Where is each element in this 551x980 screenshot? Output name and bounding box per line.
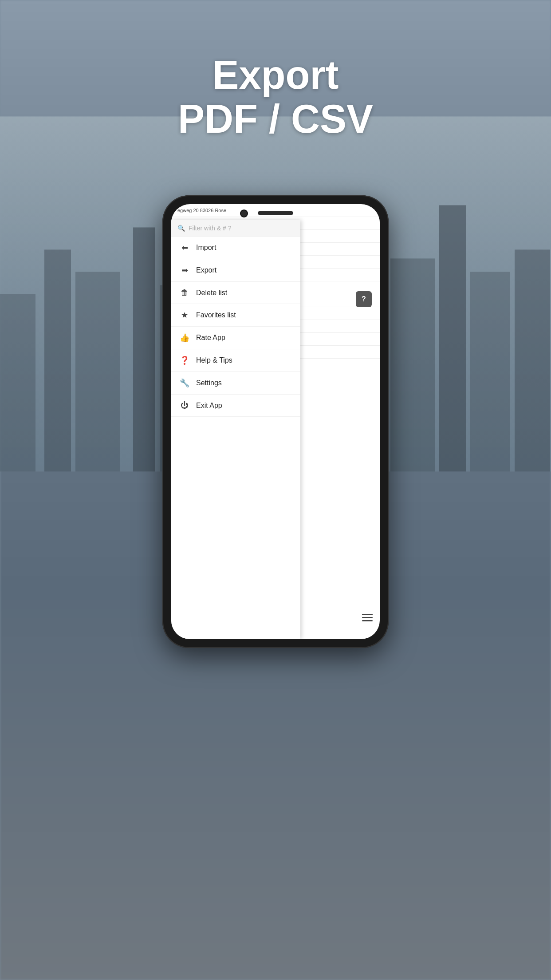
menu-help-tips[interactable]: ❓ Help & Tips (171, 349, 300, 372)
help-fab-button[interactable]: ? (356, 291, 372, 307)
svg-rect-5 (133, 227, 155, 471)
phone-screen: ●● ✦ 📞 📍 📶 83% 🔋 08:15 🚗 Drive (171, 204, 380, 639)
menu-settings[interactable]: 🔧 Settings (171, 372, 300, 395)
search-placeholder-text: Filter with & # ? (189, 225, 231, 232)
search-filter-row[interactable]: 🔍 Filter with & # ? (171, 220, 300, 237)
wrench-icon: 🔧 (179, 378, 190, 388)
svg-rect-10 (470, 272, 510, 471)
search-icon: 🔍 (177, 225, 185, 232)
import-icon: ⬅ (179, 243, 190, 253)
trash-icon: 🗑 (179, 288, 190, 297)
svg-rect-11 (515, 249, 550, 471)
svg-rect-3 (44, 249, 71, 471)
svg-rect-2 (0, 294, 35, 471)
svg-rect-9 (439, 205, 466, 471)
menu-import-label: Import (196, 244, 216, 252)
menu-import[interactable]: ⬅ Import (171, 237, 300, 259)
export-icon: ➡ (179, 265, 190, 275)
hamburger-menu-button[interactable] (362, 614, 373, 621)
svg-rect-8 (390, 258, 435, 471)
star-icon: ★ (179, 310, 190, 320)
help-icon: ❓ (179, 356, 190, 365)
menu-exit-label: Exit App (196, 402, 222, 410)
phone-frame: ●● ✦ 📞 📍 📶 83% 🔋 08:15 🚗 Drive (162, 195, 389, 648)
menu-rate-app[interactable]: 👍 Rate App (171, 327, 300, 349)
power-icon: ⏻ (179, 401, 190, 410)
menu-delete-list[interactable]: 🗑 Delete list (171, 282, 300, 304)
menu-favorites-list[interactable]: ★ Favorites list (171, 304, 300, 327)
menu-settings-label: Settings (196, 379, 222, 387)
list-item[interactable]: egweg 20 83026 Rose (171, 204, 380, 217)
svg-rect-4 (75, 272, 120, 471)
menu-export-label: Export (196, 266, 216, 274)
ham-line-2 (362, 617, 373, 618)
title-line2: PDF / CSV (0, 97, 551, 141)
title-block: Export PDF / CSV (0, 53, 551, 141)
menu-exit-app[interactable]: ⏻ Exit App (171, 395, 300, 417)
phone-frame-wrapper: ●● ✦ 📞 📍 📶 83% 🔋 08:15 🚗 Drive (162, 195, 389, 648)
ham-line-3 (362, 620, 373, 621)
dropdown-menu: 🔍 Filter with & # ? ⬅ Import ➡ Export 🗑 … (171, 220, 300, 639)
thumb-up-icon: 👍 (179, 333, 190, 343)
phone-speaker (258, 211, 293, 215)
help-fab-label: ? (362, 295, 366, 303)
phone-camera (240, 209, 248, 217)
menu-favorites-label: Favorites list (196, 311, 236, 319)
title-line1: Export (0, 53, 551, 97)
menu-export[interactable]: ➡ Export (171, 259, 300, 282)
menu-help-label: Help & Tips (196, 356, 232, 364)
ham-line-1 (362, 614, 373, 615)
menu-rate-label: Rate App (196, 334, 225, 342)
menu-delete-label: Delete list (196, 289, 227, 297)
